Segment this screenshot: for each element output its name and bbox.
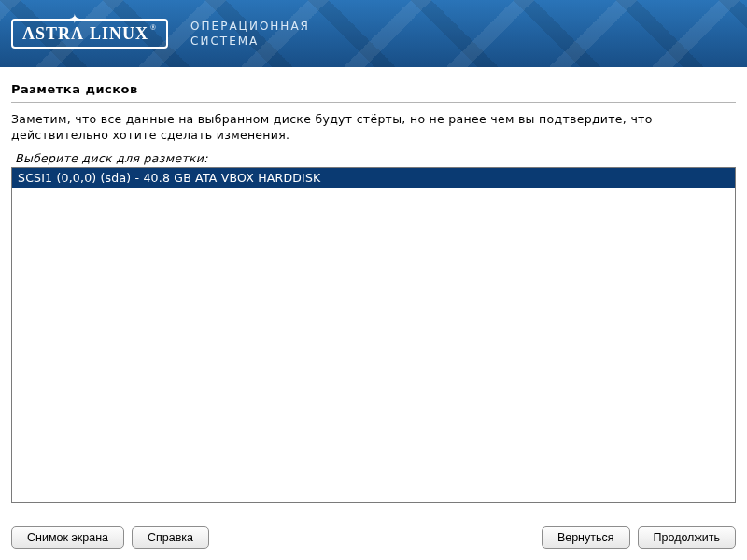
page-title: Разметка дисков [11,82,736,96]
screenshot-button[interactable]: Снимок экрана [11,526,124,549]
header-subtitle: ОПЕРАЦИОННАЯ СИСТЕМА [190,19,310,49]
star-icon: ✦ [69,11,81,27]
brand-word-astra: ASTRA [22,24,84,44]
disk-listbox[interactable]: SCSI1 (0,0,0) (sda) - 40.8 GB ATA VBOX H… [11,167,736,503]
footer-bar: Снимок экрана Справка Вернуться Продолжи… [11,526,736,549]
help-button[interactable]: Справка [132,526,209,549]
footer-spacer [209,526,534,549]
installer-header: ✦ ASTRA LINUX ® ОПЕРАЦИОННАЯ СИСТЕМА [0,0,747,67]
title-separator [11,102,736,103]
warning-text: Заметим, что все данные на выбранном дис… [11,112,736,144]
disk-option[interactable]: SCSI1 (0,0,0) (sda) - 40.8 GB ATA VBOX H… [12,168,735,188]
main-content: Разметка дисков Заметим, что все данные … [0,67,747,503]
select-disk-prompt: Выберите диск для разметки: [15,151,736,165]
subtitle-line1: ОПЕРАЦИОННАЯ [190,19,310,34]
brand-word-linux: LINUX [90,24,148,44]
registered-mark: ® [150,23,157,32]
back-button[interactable]: Вернуться [542,526,630,549]
continue-button[interactable]: Продолжить [638,526,736,549]
brand-logo: ✦ ASTRA LINUX ® [11,19,168,49]
subtitle-line2: СИСТЕМА [190,34,310,49]
